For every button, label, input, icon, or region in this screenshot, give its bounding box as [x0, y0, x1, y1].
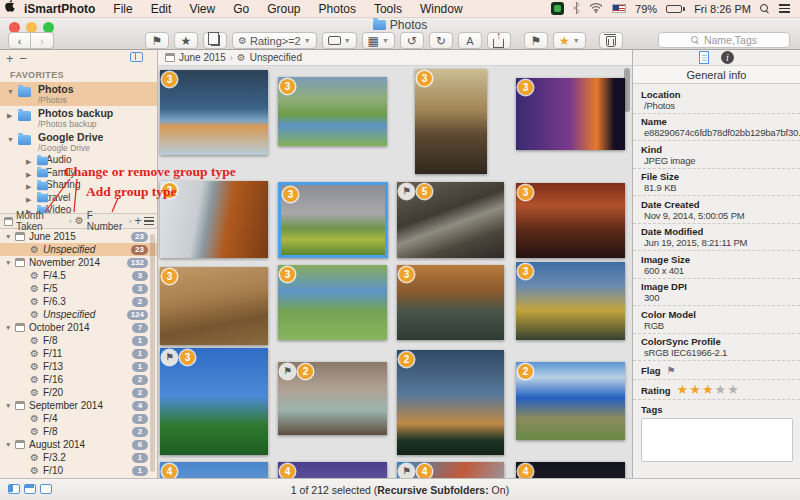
tree-row-f-11[interactable]: ⚙F/111	[0, 347, 158, 360]
apple-menu-icon[interactable]	[0, 0, 22, 17]
group-type-fnumber[interactable]: F Number	[87, 210, 126, 232]
list-options-icon[interactable]	[144, 215, 154, 227]
photo-thumbnail-desert-storm[interactable]: 3	[160, 267, 268, 345]
forward-button[interactable]: ›	[31, 32, 54, 49]
photo-thumbnail-mountain-lake[interactable]: 2	[516, 362, 625, 440]
group-type-month[interactable]: Month Taken	[16, 210, 66, 232]
smart-filter-dropdown[interactable]: ⚙Rating>=2▼	[232, 32, 317, 49]
disclosure-triangle-icon[interactable]: ▼	[7, 88, 14, 95]
photo-thumbnail-winding-river[interactable]: ⚑5	[397, 182, 504, 258]
menu-group[interactable]: Group	[258, 2, 309, 16]
tree-row-f-13[interactable]: ⚙F/131	[0, 360, 158, 373]
tree-row-f-5[interactable]: ⚙F/53	[0, 282, 158, 295]
share-button[interactable]	[487, 32, 511, 49]
tree-row-august-2014[interactable]: ▼August 20146	[0, 438, 158, 451]
star-button[interactable]: ★	[174, 32, 198, 49]
sidebar-subfolder-audio[interactable]: ▶Audio	[0, 154, 157, 167]
rotate-right-button[interactable]: ↻	[429, 32, 453, 49]
photo-thumbnail-castle-reflection[interactable]: 3	[415, 69, 487, 174]
disclosure-triangle-icon[interactable]: ▼	[5, 256, 11, 269]
tree-row-f-4-5[interactable]: ⚙F/4.53	[0, 269, 158, 282]
star-icon[interactable]: ★	[677, 382, 690, 397]
photo-thumbnail-balloon-fields[interactable]: 3	[278, 182, 388, 258]
mark-flag-button[interactable]: ⚑	[524, 32, 548, 49]
tree-row-unspecified[interactable]: ⚙Unspecified124	[0, 308, 158, 321]
wifi-icon[interactable]	[589, 3, 603, 15]
menu-go[interactable]: Go	[224, 2, 258, 16]
annotate-button[interactable]: A	[458, 32, 482, 49]
tree-row-june-2015[interactable]: ▼June 201523	[0, 230, 158, 243]
flag-icon[interactable]: ⚑	[667, 365, 676, 376]
photo-thumbnail-train-window[interactable]: 3	[160, 181, 268, 258]
sidebar-item-photos[interactable]: ▼Photos/Photos	[0, 82, 157, 106]
rate-dropdown[interactable]: ★▼	[553, 32, 586, 49]
input-language-flag-icon[interactable]	[612, 4, 626, 13]
duplicate-button[interactable]	[203, 32, 227, 49]
status-app-icon[interactable]	[551, 2, 564, 15]
back-button[interactable]: ‹	[8, 32, 31, 49]
star-icon[interactable]: ★	[727, 382, 740, 397]
sidebar-scrollbar[interactable]	[150, 234, 155, 472]
tree-row-september-2014[interactable]: ▼September 20144	[0, 399, 158, 412]
tags-input[interactable]	[641, 418, 793, 462]
flag-button[interactable]: ⚑	[145, 32, 169, 49]
menubar-clock[interactable]: Fri 8:26 PM	[694, 3, 751, 15]
tab-info-icon[interactable]: i	[721, 51, 734, 64]
delete-button[interactable]	[599, 32, 623, 49]
photo-thumbnail-sunset-silhouette[interactable]: 3	[516, 78, 625, 150]
star-icon[interactable]: ★	[702, 382, 715, 397]
photo-thumbnail-sky-clouds[interactable]: 4	[160, 462, 268, 478]
tab-document-icon[interactable]	[699, 51, 709, 64]
rotate-left-button[interactable]: ↺	[400, 32, 424, 49]
view-toggle-full[interactable]	[40, 484, 52, 494]
tree-row-november-2014[interactable]: ▼November 2014132	[0, 256, 158, 269]
add-favorite-button[interactable]: +	[6, 51, 20, 66]
sidebar-subfolder-family[interactable]: ▶Family	[0, 167, 157, 180]
tree-row-f-8[interactable]: ⚙F/82	[0, 425, 158, 438]
tree-row-unspecified[interactable]: ⚙Unspecified23	[0, 243, 158, 256]
photo-thumbnail-autumn-valley[interactable]: 3	[397, 265, 504, 340]
tree-row-october-2014[interactable]: ▼October 20147	[0, 321, 158, 334]
disclosure-triangle-icon[interactable]: ▼	[5, 230, 11, 243]
photo-thumbnail-night-sky[interactable]: 4	[516, 462, 625, 478]
photo-thumbnail-red-sunset-coast[interactable]: 3	[516, 183, 625, 258]
photo-thumbnail-seascape-twilight[interactable]: 3	[160, 70, 268, 155]
photo-thumbnail-park-trees[interactable]: ⚑3	[160, 348, 268, 455]
disclosure-triangle-icon[interactable]: ▼	[5, 399, 11, 412]
view-toggle-browser[interactable]	[24, 484, 36, 494]
grid-view-dropdown[interactable]: ▦▼	[362, 32, 395, 49]
spotlight-icon[interactable]	[760, 4, 770, 14]
view-toggle-split[interactable]	[8, 484, 20, 494]
photo-thumbnail-red-blue-water[interactable]: ⚑4	[397, 462, 504, 478]
photo-thumbnail-dramatic-sky-trees[interactable]: 2	[397, 350, 504, 455]
tree-row-f-4[interactable]: ⚙F/42	[0, 412, 158, 425]
star-icon[interactable]: ★	[715, 382, 728, 397]
tree-row-f-16[interactable]: ⚙F/162	[0, 373, 158, 386]
photo-thumbnail-stormy-lake[interactable]: ⚑2	[278, 362, 387, 435]
photo-thumbnail-purple-mountains[interactable]: 4	[278, 462, 387, 478]
grid-scrollbar[interactable]	[624, 68, 630, 112]
rating-stars[interactable]: ★★★★★	[677, 384, 740, 396]
sidebar-subfolder-sharing[interactable]: ▶Sharing	[0, 179, 157, 192]
menu-view[interactable]: View	[180, 2, 224, 16]
sidebar-item-google-drive[interactable]: ▼Google Drive/Google Drive	[0, 130, 157, 154]
remove-favorite-button[interactable]: −	[20, 51, 34, 66]
menu-tools[interactable]: Tools	[365, 2, 411, 16]
breadcrumb-group[interactable]: Unspecified	[250, 52, 302, 63]
disclosure-triangle-icon[interactable]: ▼	[5, 438, 11, 451]
panes-toggle-icon[interactable]	[130, 52, 143, 62]
menu-edit[interactable]: Edit	[142, 2, 181, 16]
tree-row-f-10[interactable]: ⚙F/101	[0, 464, 158, 477]
sidebar-item-photos-backup[interactable]: ▶Photos backup/Photos backup	[0, 106, 157, 130]
menu-file[interactable]: File	[104, 2, 141, 16]
tree-row-f-20[interactable]: ⚙F/202	[0, 386, 158, 399]
add-group-type-button[interactable]: +	[134, 214, 141, 228]
tree-row-f-6-3[interactable]: ⚙F/6.32	[0, 295, 158, 308]
display-mode-dropdown[interactable]: ▼	[322, 32, 357, 49]
photo-thumbnail-river-delta[interactable]: 3	[278, 265, 387, 340]
bluetooth-icon[interactable]	[573, 2, 580, 16]
breadcrumb-month[interactable]: June 2015	[179, 52, 226, 63]
notification-center-icon[interactable]	[779, 2, 790, 14]
menu-photos[interactable]: Photos	[310, 2, 365, 16]
sidebar-subfolder-travel[interactable]: ▶travel	[0, 192, 157, 205]
